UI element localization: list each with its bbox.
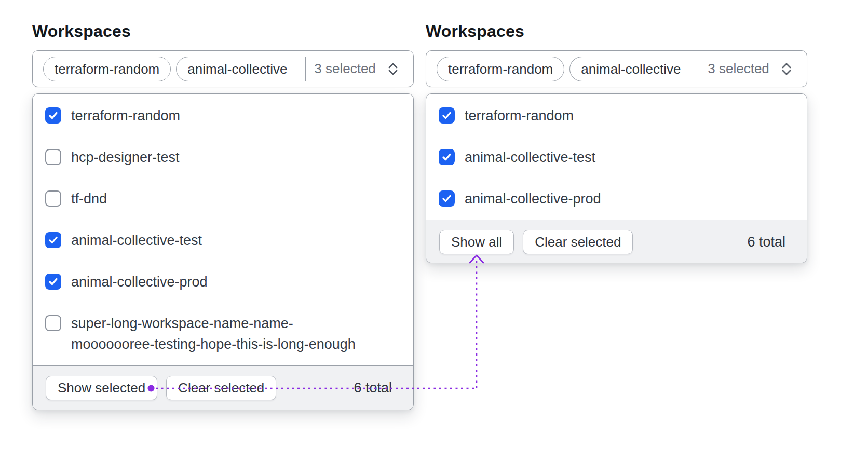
chip-label: animal-collective bbox=[187, 61, 287, 77]
dropdown-footer: Show all Clear selected 6 total bbox=[426, 220, 807, 263]
workspace-checkbox[interactable] bbox=[45, 232, 61, 248]
workspace-checkbox[interactable] bbox=[45, 149, 61, 165]
show-all-button[interactable]: Show all bbox=[439, 230, 514, 254]
workspace-option[interactable]: terraform-random bbox=[426, 95, 807, 137]
checkmark-icon bbox=[48, 110, 59, 121]
selected-workspace-chip[interactable]: terraform-random bbox=[437, 57, 564, 81]
workspace-option[interactable]: super-long-workspace-name-name-moooooore… bbox=[33, 303, 413, 365]
selected-count: 3 selected bbox=[708, 61, 769, 77]
options-list: terraform-random hcp-designer-test tf-dn… bbox=[33, 94, 413, 365]
dropdown-footer: Show selected Clear selected 6 total bbox=[33, 365, 413, 410]
workspaces-multiselect-filtered: Workspaces terraform-random animal-colle… bbox=[426, 21, 807, 263]
workspace-option-label: terraform-random bbox=[71, 105, 180, 126]
workspace-option-label: animal-collective-prod bbox=[465, 188, 601, 209]
workspace-option[interactable]: tf-dnd bbox=[33, 178, 413, 220]
workspace-option-label: animal-collective-prod bbox=[71, 271, 208, 292]
multiselect-trigger[interactable]: terraform-random animal-collective 3 sel… bbox=[426, 50, 807, 87]
checkmark-icon bbox=[441, 110, 452, 121]
workspace-checkbox[interactable] bbox=[439, 190, 455, 207]
options-dropdown: terraform-random animal-collective-test … bbox=[426, 93, 807, 263]
selected-workspace-chip[interactable]: terraform-random bbox=[43, 57, 171, 81]
selected-count: 3 selected bbox=[314, 61, 376, 77]
caret-sort-icon bbox=[779, 61, 794, 77]
workspace-checkbox[interactable] bbox=[45, 274, 61, 290]
multiselect-trigger[interactable]: terraform-random animal-collective 3 sel… bbox=[32, 50, 414, 87]
chip-label: terraform-random bbox=[55, 61, 159, 77]
field-label: Workspaces bbox=[32, 21, 414, 42]
chip-label: animal-collective bbox=[581, 61, 681, 77]
clear-selected-button[interactable]: Clear selected bbox=[166, 376, 276, 400]
clear-selected-button[interactable]: Clear selected bbox=[523, 230, 633, 254]
workspace-option[interactable]: animal-collective-test bbox=[33, 220, 413, 261]
show-selected-button[interactable]: Show selected bbox=[46, 376, 157, 400]
workspace-option-label: terraform-random bbox=[465, 105, 574, 126]
workspace-option-label: tf-dnd bbox=[71, 188, 107, 209]
total-count: 6 total bbox=[747, 234, 785, 250]
selected-workspace-chip[interactable]: animal-collective bbox=[176, 57, 306, 81]
checkmark-icon bbox=[441, 152, 452, 162]
workspace-option-label: super-long-workspace-name-name-moooooore… bbox=[71, 313, 356, 355]
total-count: 6 total bbox=[354, 380, 392, 396]
workspace-option[interactable]: terraform-random bbox=[33, 95, 413, 137]
workspace-option-label: animal-collective-test bbox=[465, 147, 595, 168]
workspace-option-label: hcp-designer-test bbox=[71, 147, 180, 168]
checkmark-icon bbox=[441, 193, 452, 204]
workspace-option[interactable]: hcp-designer-test bbox=[33, 137, 413, 178]
workspace-option[interactable]: animal-collective-test bbox=[426, 137, 807, 178]
workspaces-multiselect-expanded: Workspaces terraform-random animal-colle… bbox=[32, 21, 414, 410]
workspace-checkbox[interactable] bbox=[439, 107, 455, 124]
workspace-option-label: animal-collective-test bbox=[71, 230, 202, 251]
workspace-checkbox[interactable] bbox=[45, 190, 61, 207]
chip-label: terraform-random bbox=[448, 61, 553, 77]
workspace-checkbox[interactable] bbox=[45, 107, 61, 124]
workspace-checkbox[interactable] bbox=[45, 315, 61, 331]
options-dropdown: terraform-random hcp-designer-test tf-dn… bbox=[32, 93, 414, 410]
caret-sort-icon bbox=[385, 61, 401, 77]
checkmark-icon bbox=[48, 235, 59, 246]
field-label: Workspaces bbox=[426, 21, 807, 42]
selected-workspace-chip[interactable]: animal-collective bbox=[569, 57, 699, 81]
workspace-checkbox[interactable] bbox=[439, 149, 455, 165]
options-list: terraform-random animal-collective-test … bbox=[426, 94, 807, 220]
workspace-option[interactable]: animal-collective-prod bbox=[426, 178, 807, 220]
checkmark-icon bbox=[48, 276, 59, 287]
workspace-option[interactable]: animal-collective-prod bbox=[33, 261, 413, 303]
